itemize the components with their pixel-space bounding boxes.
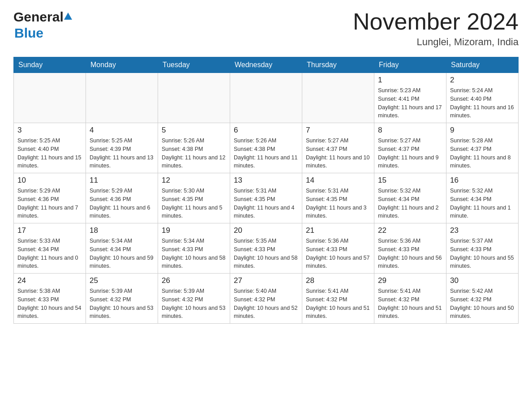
calendar-cell: 30Sunrise: 5:42 AMSunset: 4:32 PMDayligh… [446, 274, 519, 324]
day-number: 16 [450, 176, 515, 185]
day-info: Sunrise: 5:36 AMSunset: 4:33 PMDaylight:… [378, 237, 442, 270]
logo-blue-text: Blue [14, 25, 73, 41]
calendar-cell: 13Sunrise: 5:31 AMSunset: 4:35 PMDayligh… [230, 173, 302, 223]
logo-arrow-icon [64, 13, 72, 20]
day-info: Sunrise: 5:31 AMSunset: 4:35 PMDaylight:… [234, 187, 298, 220]
day-info: Sunrise: 5:27 AMSunset: 4:37 PMDaylight:… [378, 137, 442, 170]
col-header-saturday: Saturday [446, 57, 519, 73]
day-number: 10 [17, 176, 82, 185]
calendar-cell [302, 73, 374, 123]
day-info: Sunrise: 5:32 AMSunset: 4:34 PMDaylight:… [450, 187, 515, 220]
calendar-cell: 27Sunrise: 5:40 AMSunset: 4:32 PMDayligh… [230, 274, 302, 324]
calendar-cell: 22Sunrise: 5:36 AMSunset: 4:33 PMDayligh… [374, 223, 446, 274]
day-number: 29 [378, 276, 442, 285]
day-info: Sunrise: 5:41 AMSunset: 4:32 PMDaylight:… [378, 287, 442, 321]
calendar-cell: 7Sunrise: 5:27 AMSunset: 4:37 PMDaylight… [302, 123, 374, 173]
col-header-tuesday: Tuesday [158, 57, 230, 73]
day-info: Sunrise: 5:23 AMSunset: 4:41 PMDaylight:… [378, 86, 442, 120]
calendar-cell: 11Sunrise: 5:29 AMSunset: 4:36 PMDayligh… [86, 173, 158, 223]
day-number: 20 [234, 226, 298, 235]
day-info: Sunrise: 5:39 AMSunset: 4:32 PMDaylight:… [90, 287, 154, 321]
calendar-cell: 19Sunrise: 5:34 AMSunset: 4:33 PMDayligh… [158, 223, 230, 274]
calendar-cell: 1Sunrise: 5:23 AMSunset: 4:41 PMDaylight… [374, 73, 446, 123]
calendar-cell [14, 73, 86, 123]
day-info: Sunrise: 5:36 AMSunset: 4:33 PMDaylight:… [306, 237, 370, 270]
day-info: Sunrise: 5:31 AMSunset: 4:35 PMDaylight:… [306, 187, 370, 220]
calendar-cell: 23Sunrise: 5:37 AMSunset: 4:33 PMDayligh… [446, 223, 519, 274]
calendar-cell [230, 73, 302, 123]
calendar-week-row: 1Sunrise: 5:23 AMSunset: 4:41 PMDaylight… [14, 73, 519, 123]
day-number: 3 [17, 126, 82, 135]
day-info: Sunrise: 5:25 AMSunset: 4:40 PMDaylight:… [17, 137, 82, 170]
day-info: Sunrise: 5:29 AMSunset: 4:36 PMDaylight:… [90, 187, 154, 220]
day-number: 2 [450, 76, 515, 85]
day-info: Sunrise: 5:33 AMSunset: 4:34 PMDaylight:… [17, 237, 82, 270]
day-number: 26 [162, 276, 226, 285]
day-number: 15 [378, 176, 442, 185]
calendar-cell: 3Sunrise: 5:25 AMSunset: 4:40 PMDaylight… [14, 123, 86, 173]
calendar-cell: 15Sunrise: 5:32 AMSunset: 4:34 PMDayligh… [374, 173, 446, 223]
col-header-friday: Friday [374, 57, 446, 73]
day-number: 8 [378, 126, 442, 135]
day-number: 9 [450, 126, 515, 135]
day-info: Sunrise: 5:28 AMSunset: 4:37 PMDaylight:… [450, 137, 515, 170]
logo-general-text: General [13, 9, 64, 25]
day-number: 11 [90, 176, 154, 185]
calendar-cell: 8Sunrise: 5:27 AMSunset: 4:37 PMDaylight… [374, 123, 446, 173]
calendar-header-row: SundayMondayTuesdayWednesdayThursdayFrid… [14, 57, 519, 73]
calendar-week-row: 24Sunrise: 5:38 AMSunset: 4:33 PMDayligh… [14, 274, 519, 324]
day-number: 28 [306, 276, 370, 285]
day-number: 18 [90, 226, 154, 235]
calendar-week-row: 17Sunrise: 5:33 AMSunset: 4:34 PMDayligh… [14, 223, 519, 274]
calendar-cell: 21Sunrise: 5:36 AMSunset: 4:33 PMDayligh… [302, 223, 374, 274]
title-block: November 2024 Lunglei, Mizoram, India [353, 9, 519, 48]
location-title: Lunglei, Mizoram, India [353, 36, 519, 48]
day-info: Sunrise: 5:32 AMSunset: 4:34 PMDaylight:… [378, 187, 442, 220]
calendar-cell: 29Sunrise: 5:41 AMSunset: 4:32 PMDayligh… [374, 274, 446, 324]
calendar-cell: 25Sunrise: 5:39 AMSunset: 4:32 PMDayligh… [86, 274, 158, 324]
calendar-cell [86, 73, 158, 123]
day-number: 13 [234, 176, 298, 185]
day-number: 12 [162, 176, 226, 185]
calendar-cell: 4Sunrise: 5:25 AMSunset: 4:39 PMDaylight… [86, 123, 158, 173]
day-number: 5 [162, 126, 226, 135]
calendar-cell: 6Sunrise: 5:26 AMSunset: 4:38 PMDaylight… [230, 123, 302, 173]
day-info: Sunrise: 5:29 AMSunset: 4:36 PMDaylight:… [17, 187, 82, 220]
day-number: 14 [306, 176, 370, 185]
day-number: 23 [450, 226, 515, 235]
day-number: 22 [378, 226, 442, 235]
calendar-week-row: 3Sunrise: 5:25 AMSunset: 4:40 PMDaylight… [14, 123, 519, 173]
calendar-cell: 16Sunrise: 5:32 AMSunset: 4:34 PMDayligh… [446, 173, 519, 223]
logo-row1: General [13, 9, 73, 25]
calendar-cell: 20Sunrise: 5:35 AMSunset: 4:33 PMDayligh… [230, 223, 302, 274]
day-number: 21 [306, 226, 370, 235]
day-info: Sunrise: 5:37 AMSunset: 4:33 PMDaylight:… [450, 237, 515, 270]
calendar-cell: 28Sunrise: 5:41 AMSunset: 4:32 PMDayligh… [302, 274, 374, 324]
col-header-wednesday: Wednesday [230, 57, 302, 73]
col-header-monday: Monday [86, 57, 158, 73]
col-header-thursday: Thursday [302, 57, 374, 73]
calendar-week-row: 10Sunrise: 5:29 AMSunset: 4:36 PMDayligh… [14, 173, 519, 223]
day-info: Sunrise: 5:34 AMSunset: 4:33 PMDaylight:… [162, 237, 226, 270]
calendar-cell: 5Sunrise: 5:26 AMSunset: 4:38 PMDaylight… [158, 123, 230, 173]
calendar-table: SundayMondayTuesdayWednesdayThursdayFrid… [13, 57, 519, 324]
logo: General Blue [13, 9, 73, 41]
day-info: Sunrise: 5:39 AMSunset: 4:32 PMDaylight:… [162, 287, 226, 321]
calendar-cell [158, 73, 230, 123]
page-header: General Blue November 2024 Lunglei, Mizo… [13, 9, 519, 48]
day-info: Sunrise: 5:27 AMSunset: 4:37 PMDaylight:… [306, 137, 370, 170]
day-number: 24 [17, 276, 82, 285]
day-number: 25 [90, 276, 154, 285]
day-number: 1 [378, 76, 442, 85]
day-info: Sunrise: 5:24 AMSunset: 4:40 PMDaylight:… [450, 86, 515, 120]
calendar-cell: 17Sunrise: 5:33 AMSunset: 4:34 PMDayligh… [14, 223, 86, 274]
day-number: 17 [17, 226, 82, 235]
day-info: Sunrise: 5:26 AMSunset: 4:38 PMDaylight:… [234, 137, 298, 170]
day-info: Sunrise: 5:34 AMSunset: 4:34 PMDaylight:… [90, 237, 154, 270]
day-number: 19 [162, 226, 226, 235]
day-info: Sunrise: 5:38 AMSunset: 4:33 PMDaylight:… [17, 287, 82, 321]
calendar-cell: 12Sunrise: 5:30 AMSunset: 4:35 PMDayligh… [158, 173, 230, 223]
day-info: Sunrise: 5:25 AMSunset: 4:39 PMDaylight:… [90, 137, 154, 170]
calendar-cell: 26Sunrise: 5:39 AMSunset: 4:32 PMDayligh… [158, 274, 230, 324]
day-number: 6 [234, 126, 298, 135]
